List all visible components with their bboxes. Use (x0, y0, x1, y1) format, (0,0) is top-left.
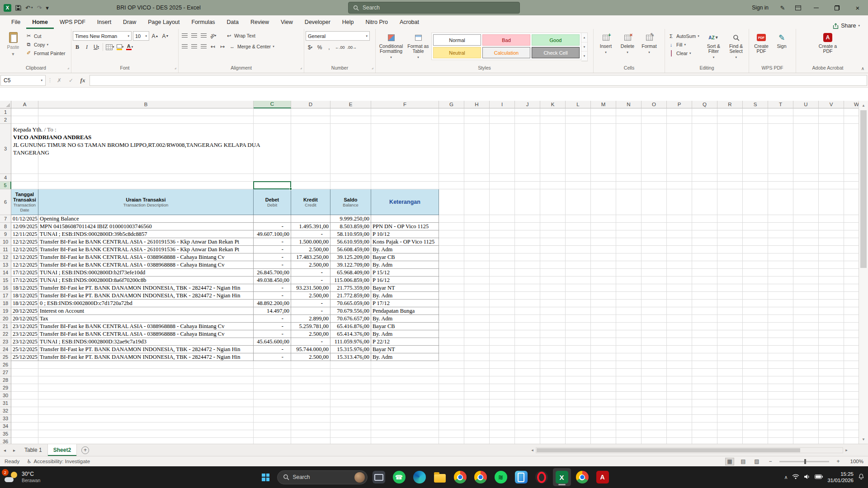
cell-F3[interactable] (371, 124, 439, 174)
cell-R8[interactable] (717, 223, 743, 230)
cell-E7[interactable]: 9.999.250,00 (330, 215, 371, 223)
cell-G31[interactable] (439, 399, 464, 407)
cell-B30[interactable] (38, 392, 254, 399)
cell-K20[interactable] (540, 315, 566, 323)
cell-M1[interactable] (591, 108, 616, 116)
cell-D7[interactable] (291, 215, 330, 223)
row-header-16[interactable]: 16 (0, 284, 11, 292)
cell-A10[interactable]: 12/12/2025 (11, 238, 38, 246)
cell-O29[interactable] (642, 384, 667, 392)
cell-D10[interactable]: 1.500.000,00 (291, 238, 330, 246)
cell-L21[interactable] (566, 323, 591, 330)
cell-L27[interactable] (566, 369, 591, 376)
align-middle-icon[interactable] (189, 31, 198, 40)
cell-G36[interactable] (439, 438, 464, 444)
cell-D11[interactable]: 2.500,00 (291, 246, 330, 253)
cell-I7[interactable] (490, 215, 515, 223)
column-header-I[interactable]: I (490, 101, 515, 108)
cell-Q31[interactable] (692, 399, 717, 407)
styles-gallery-scrollbar[interactable]: ▲ ▼ ▼ (581, 33, 588, 61)
percent-style-button[interactable]: % (315, 43, 324, 52)
cell-V1[interactable] (819, 108, 844, 116)
cell-V23[interactable] (819, 338, 844, 346)
cell-I12[interactable] (490, 253, 515, 261)
align-top-icon[interactable] (180, 31, 189, 40)
cell-M21[interactable] (591, 323, 616, 330)
cell-E36[interactable] (330, 438, 371, 444)
cell-I18[interactable] (490, 300, 515, 307)
cell-U13[interactable] (793, 261, 819, 269)
cell-C25[interactable]: - (254, 353, 291, 361)
cell-K15[interactable] (540, 277, 566, 284)
cell-H20[interactable] (464, 315, 490, 323)
cell-E21[interactable]: 65.416.876,00 (330, 323, 371, 330)
cell-N4[interactable] (616, 174, 642, 182)
cut-button[interactable]: ✂Cut (24, 32, 66, 40)
cell-style-neutral[interactable]: Neutral (433, 47, 481, 58)
cell-N1[interactable] (616, 108, 642, 116)
cell-J28[interactable] (515, 376, 540, 384)
cell-G18[interactable] (439, 300, 464, 307)
cell-V18[interactable] (819, 300, 844, 307)
cell-F16[interactable]: Bayar NT (371, 284, 439, 292)
cell-P21[interactable] (667, 323, 692, 330)
acrobat-create-pdf-button[interactable]: A Create a PDF (814, 30, 842, 65)
dialog-launcher-icon[interactable]: ⌟ (372, 64, 373, 71)
cell-G14[interactable] (439, 269, 464, 277)
cell-I28[interactable] (490, 376, 515, 384)
cell-M35[interactable] (591, 430, 616, 438)
cell-P5[interactable] (667, 182, 692, 189)
cell-Q35[interactable] (692, 430, 717, 438)
cell-O20[interactable] (642, 315, 667, 323)
cell-M26[interactable] (591, 361, 616, 369)
ribbon-tab-data[interactable]: Data (221, 15, 245, 29)
start-button[interactable] (257, 468, 275, 486)
row-header-4[interactable]: 4 (0, 174, 11, 182)
cell-J2[interactable] (515, 116, 540, 124)
cell-C21[interactable]: - (254, 323, 291, 330)
cell-E11[interactable]: 56.608.459,00 (330, 246, 371, 253)
cell-M7[interactable] (591, 215, 616, 223)
row-header-11[interactable]: 11 (0, 246, 11, 253)
cell-U2[interactable] (793, 116, 819, 124)
cell-O36[interactable] (642, 438, 667, 444)
cell-D24[interactable]: 95.744.000,00 (291, 346, 330, 353)
cell-T12[interactable] (768, 253, 793, 261)
weather-widget[interactable]: 2 30°C Berawan (5, 471, 40, 483)
restore-button[interactable] (826, 0, 847, 15)
cell-T22[interactable] (768, 330, 793, 338)
cell-F30[interactable] (371, 392, 439, 399)
cell-I30[interactable] (490, 392, 515, 399)
cell-I32[interactable] (490, 407, 515, 415)
cell-F12[interactable]: Bayar CB (371, 253, 439, 261)
ribbon-display-options-icon[interactable] (790, 0, 806, 15)
row-header-18[interactable]: 18 (0, 300, 11, 307)
wrap-text-button[interactable]: ↩Wrap Text (224, 32, 257, 40)
cell-S31[interactable] (743, 399, 768, 407)
cell-S6[interactable] (743, 189, 768, 215)
cell-W23[interactable] (844, 338, 859, 346)
cell-U7[interactable] (793, 215, 819, 223)
cell-P27[interactable] (667, 369, 692, 376)
cell-U25[interactable] (793, 353, 819, 361)
cell-J34[interactable] (515, 422, 540, 430)
cell-Q5[interactable] (692, 182, 717, 189)
cell-B24[interactable]: Transfer BI-Fast ke PT. BANK DANAMON IND… (38, 346, 254, 353)
cell-I33[interactable] (490, 415, 515, 422)
cell-M16[interactable] (591, 284, 616, 292)
sort-filter-button[interactable]: AZ▼ Sort & Filter▾ (703, 30, 725, 65)
taskbar-button-chrome[interactable] (451, 468, 469, 486)
cell-T29[interactable] (768, 384, 793, 392)
cell-L2[interactable] (566, 116, 591, 124)
cell-S1[interactable] (743, 108, 768, 116)
cell-D33[interactable] (291, 415, 330, 422)
cell-N18[interactable] (616, 300, 642, 307)
cell-D9[interactable]: - (291, 230, 330, 238)
ribbon-tab-review[interactable]: Review (245, 15, 275, 29)
cell-B22[interactable]: Transfer BI-Fast ke BANK CENTRAL ASIA - … (38, 330, 254, 338)
row-header-3[interactable]: 3 (0, 124, 11, 174)
orientation-button[interactable]: ab▾ (208, 31, 217, 40)
cell-A26[interactable] (11, 361, 38, 369)
cell-I6[interactable] (490, 189, 515, 215)
cell-W29[interactable] (844, 384, 859, 392)
